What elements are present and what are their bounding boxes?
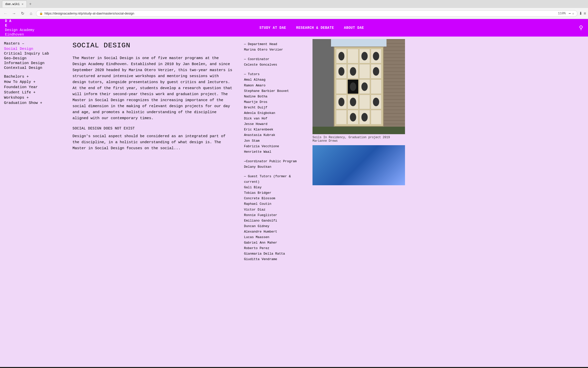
zoom-level: 110% (556, 12, 567, 15)
frame-stand (334, 47, 384, 127)
tutor-name-7: Dick van Hof (244, 116, 306, 121)
guest-name-3: Raphael Coutin (244, 201, 306, 207)
bookmark-icon[interactable]: ☆ (572, 12, 574, 16)
guest-name-11: Roberto Perez (244, 246, 306, 251)
tutor-name-9: Eric Klarenbeek (244, 127, 306, 132)
artwork-display (312, 39, 405, 134)
public-coord-name: Delany Boutkan (244, 164, 306, 170)
tutor-name-10: Anastasia Kubrak (244, 132, 306, 138)
content-area: SOCIAL DESIGN The Master in Social Desig… (65, 37, 240, 367)
nav-about[interactable]: ABOUT DAE (344, 26, 364, 30)
extensions-button[interactable]: ⬇ (579, 11, 582, 16)
tab-close-button[interactable]: ✕ (22, 2, 24, 6)
coordinator-label: — Coordinator (244, 57, 306, 62)
search-icon[interactable]: ⚲ (579, 25, 583, 31)
image-column: Soils In Residency, Graduation project 2… (310, 37, 408, 367)
guest-name-9: Lucas Maassen (244, 235, 306, 240)
tutors-label: — Tutors (244, 72, 306, 77)
image-caption: Soils In Residency, Graduation project 2… (312, 136, 405, 143)
second-image (312, 145, 405, 185)
sidebar-item-workshops[interactable]: Workshops + (4, 96, 61, 100)
browser-nav: ← → ↻ ⌂ 🔒 https://designacademy.nl/p/stu… (0, 8, 588, 19)
lock-icon: 🔒 (39, 12, 43, 15)
browser-tab-bar: dae.wiki ✕ + (0, 0, 588, 8)
guest-name-7: Duncan Gidney (244, 224, 306, 229)
more-options-icon[interactable]: ⋯ (569, 12, 571, 16)
guest-name-8: Alexandre Humbert (244, 229, 306, 235)
guest-name-5: Ronnie Fueglister (244, 213, 306, 218)
tutor-name-6: Adeola Enigbokan (244, 110, 306, 116)
sidebar-item-foundation-year[interactable]: Foundation Year (4, 85, 61, 89)
public-coord-label: —Coordinator Public Program (244, 159, 306, 164)
tutor-name-4: Maartje Dros (244, 99, 306, 105)
guest-name-0: Gali Blay (244, 185, 306, 190)
guest-name-12: Gianmaria Della Ratta (244, 251, 306, 257)
content-subtitle: SOCIAL DESIGN DOES NOT EXIST (72, 126, 232, 130)
tutor-name-1: Ramon Amaro (244, 83, 306, 88)
sidebar-item-social-design[interactable]: Social Design (4, 47, 61, 51)
sidebar-item-critical-inquiry[interactable]: Critical Inquiry Lab (4, 52, 61, 56)
coordinator-name: Celeste Goncalves (244, 62, 306, 68)
sidebar: Masters – Social Design Critical Inquiry… (0, 37, 65, 367)
page-title: SOCIAL DESIGN (72, 42, 232, 49)
browser-actions: ⬇ ≡ (579, 11, 586, 16)
sidebar-item-how-to-apply[interactable]: How To Apply + (4, 80, 61, 84)
site-navigation: STUDY AT DAE RESEARCH & DEBATE ABOUT DAE (44, 26, 579, 30)
site-logo[interactable]: D A E Design Academy Eindhoven (5, 19, 34, 37)
sidebar-item-geo-design[interactable]: Geo–Design (4, 56, 61, 61)
logo-name: Design Academy Eindhoven (5, 28, 34, 37)
tutor-name-3: Nadine Botha (244, 94, 306, 99)
staff-dept-head: — Department Head Marina Otero Verzier (244, 42, 306, 53)
staff-coordinator: — Coordinator Celeste Goncalves (244, 57, 306, 68)
tutor-name-8: Jesse Howard (244, 121, 306, 127)
main-layout: Masters – Social Design Critical Inquiry… (0, 37, 588, 367)
guest-name-1: Tobias Bridger (244, 190, 306, 196)
staff-guest-tutors: — Guest Tutors (former & current) Gali B… (244, 174, 306, 262)
staff-public-coord: —Coordinator Public Program Delany Boutk… (244, 159, 306, 170)
sidebar-item-student-life[interactable]: Student Life + (4, 90, 61, 95)
menu-button[interactable]: ≡ (584, 11, 586, 16)
guest-name-4: Victor Diaz (244, 207, 306, 213)
new-tab-button[interactable]: + (28, 2, 33, 6)
sidebar-item-contextual-design[interactable]: Contextual Design (4, 66, 61, 70)
tutor-name-0: Amal Alhaag (244, 77, 306, 83)
sidebar-item-information-design[interactable]: Information Design (4, 61, 61, 65)
logo-dae: D A E (5, 19, 34, 28)
guest-name-2: Concrete Blossom (244, 196, 306, 201)
guest-name-6: Emiliano Gandolfi (244, 218, 306, 224)
tab-title: dae.wiki (5, 3, 20, 6)
main-description: The Master in Social Design is one of fi… (72, 55, 232, 121)
dept-head-name: Marina Otero Verzier (244, 47, 306, 53)
dept-head-label: — Department Head (244, 42, 306, 47)
site-header: D A E Design Academy Eindhoven STUDY AT … (0, 19, 588, 37)
staff-tutors: — Tutors Amal Alhaag Ramon Amaro Stephan… (244, 72, 306, 154)
tutor-name-13: Henriette Waal (244, 149, 306, 155)
tutor-name-5: Brecht Duijf (244, 105, 306, 110)
url-text: https://designacademy.nl/p/study-at-dae/… (44, 12, 555, 15)
home-button[interactable]: ⌂ (28, 10, 34, 17)
back-button[interactable]: ← (2, 10, 9, 17)
main-artwork-image (312, 39, 405, 134)
forward-button[interactable]: → (10, 10, 18, 17)
sidebar-item-bachelors[interactable]: Bachelors + (4, 75, 61, 79)
refresh-button[interactable]: ↻ (19, 10, 26, 17)
staff-column: — Department Head Marina Otero Verzier —… (240, 37, 310, 367)
guest-tutors-label: — Guest Tutors (former & current) (244, 174, 306, 185)
guest-name-10: Gabriel Ann Maher (244, 240, 306, 246)
tutor-name-12: Fabrizia Vecchione (244, 144, 306, 149)
masters-label: Masters – (4, 42, 61, 46)
nav-research[interactable]: RESEARCH & DEBATE (296, 26, 334, 30)
tutor-name-2: Stephane Barbier Bouvet (244, 88, 306, 94)
subtitle-text: Design's social aspect should be conside… (72, 133, 232, 151)
tutor-name-11: Jon Stam (244, 138, 306, 144)
sidebar-item-graduation-show[interactable]: Graduation Show + (4, 101, 61, 105)
guest-name-13: Giuditta Vendrame (244, 257, 306, 262)
browser-tab[interactable]: dae.wiki ✕ (2, 1, 27, 8)
nav-study[interactable]: STUDY AT DAE (260, 26, 286, 30)
breadcrumb: DAE > Stud… > Mast… > Social Design (0, 367, 588, 368)
address-bar[interactable]: 🔒 https://designacademy.nl/p/study-at-da… (36, 10, 578, 17)
